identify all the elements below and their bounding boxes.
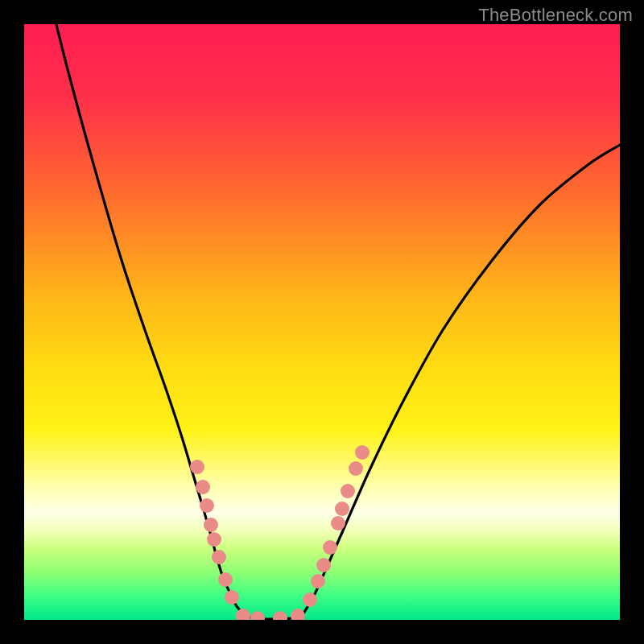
- chart-frame: [24, 24, 620, 620]
- watermark: TheBottleneck.com: [478, 5, 633, 26]
- data-point-marker: [303, 592, 317, 607]
- data-point-marker: [316, 558, 331, 572]
- data-point-marker: [349, 461, 363, 476]
- chart-canvas: [24, 24, 620, 620]
- data-point-marker: [355, 445, 369, 460]
- data-point-marker: [335, 502, 349, 516]
- data-point-marker: [331, 516, 345, 530]
- data-point-marker: [190, 460, 204, 474]
- data-point-marker: [207, 532, 221, 547]
- data-point-marker: [212, 550, 226, 564]
- data-point-marker: [200, 498, 214, 513]
- data-point-marker: [204, 518, 218, 532]
- data-point-marker: [323, 540, 337, 555]
- data-point-marker: [311, 574, 325, 588]
- chart-background: [24, 24, 620, 620]
- data-point-marker: [225, 590, 239, 605]
- data-point-marker: [196, 480, 210, 494]
- data-point-marker: [341, 484, 355, 498]
- data-point-marker: [218, 572, 233, 587]
